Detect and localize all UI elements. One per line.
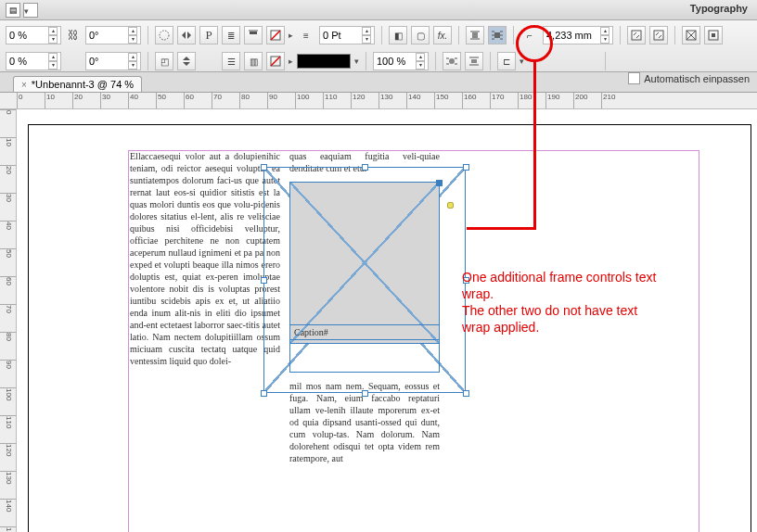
svg-rect-21: [712, 33, 715, 37]
character-icon[interactable]: P: [199, 26, 218, 44]
image-placeholder-frame[interactable]: [289, 182, 440, 344]
shear-field[interactable]: 0°▴▾: [85, 52, 141, 70]
scale-x-value: 0 %: [9, 30, 27, 41]
no-fill-icon[interactable]: [266, 26, 285, 44]
zoom-value: 100 %: [377, 56, 405, 67]
caption-frame[interactable]: Caption#: [289, 324, 440, 373]
stroke-weight-field[interactable]: 0 Pt▴▾: [319, 26, 375, 44]
fit-content-icon[interactable]: [649, 26, 668, 44]
separator: [435, 52, 436, 70]
close-tab-icon[interactable]: ×: [21, 80, 27, 90]
scale-y-field[interactable]: 0 %▴▾: [6, 52, 61, 70]
separator: [513, 26, 514, 44]
selection-handle[interactable]: [362, 390, 368, 397]
fit-frame-icon[interactable]: [627, 26, 646, 44]
selection-handle[interactable]: [261, 164, 267, 171]
opacity-icon[interactable]: ◧: [389, 26, 407, 44]
chevron-right-icon: ▸: [289, 57, 293, 66]
text-column-1[interactable]: Ellaccaesequi volor aut a dolupienihic t…: [130, 150, 280, 532]
tab-label: *Unbenannt-3 @ 74 %: [32, 79, 134, 90]
vertical-ruler[interactable]: 0102030405060708090100110120130140150: [0, 109, 17, 532]
no-stroke-icon[interactable]: [266, 52, 285, 70]
link-scale-icon[interactable]: ⛓: [65, 19, 82, 51]
view-mode-icon: ▤: [6, 3, 20, 18]
annotation-text: One additional frame controls text wrap.…: [462, 269, 666, 336]
app-title: Typography: [690, 3, 748, 14]
separator: [381, 26, 382, 44]
selection-handle[interactable]: [362, 164, 368, 171]
separator: [674, 26, 675, 44]
stroke-weight-icon: ≡: [297, 26, 315, 44]
svg-rect-15: [632, 31, 641, 40]
text-wrap-jump-icon[interactable]: [465, 52, 483, 70]
select-container-icon[interactable]: ◰: [155, 52, 173, 70]
caption-text[interactable]: Caption#: [290, 325, 439, 339]
fit-fill-icon[interactable]: [682, 26, 700, 44]
control-panel: 0 %▴▾ ⛓ 0°▴▾ P ≣ ▸ ≡ 0 Pt▴▾ ◧ ▢ fx. ⌐ 4,…: [0, 20, 757, 72]
flip-vertical-icon[interactable]: [177, 52, 196, 70]
separator: [620, 26, 621, 44]
selection-handle[interactable]: [463, 164, 469, 171]
rotation-field[interactable]: 0°▴▾: [85, 26, 141, 44]
horizontal-ruler[interactable]: 0102030405060708090100110120130140150160…: [0, 93, 757, 109]
corner-radius-field[interactable]: 4,233 mm▴▾: [543, 26, 613, 44]
live-corner-handle[interactable]: [447, 202, 454, 209]
svg-point-0: [160, 31, 169, 40]
svg-rect-8: [494, 32, 500, 38]
annotation-line: [533, 62, 536, 229]
view-mode-selector[interactable]: ▤ ▾: [6, 3, 38, 18]
text-wrap-shape-icon[interactable]: [443, 52, 461, 70]
svg-rect-5: [472, 32, 478, 38]
stroke-weight-value: 0 Pt: [323, 30, 341, 41]
auto-fit-row[interactable]: Automatisch einpassen: [628, 72, 750, 84]
corner-radius-value: 4,233 mm: [546, 30, 592, 41]
svg-rect-1: [250, 32, 257, 34]
selection-handle[interactable]: [463, 390, 469, 397]
corner-type-icon[interactable]: ⊏: [497, 52, 516, 70]
stroke-style-picker[interactable]: [297, 54, 351, 69]
drop-shadow-icon[interactable]: ▢: [411, 26, 430, 44]
zoom-field[interactable]: 100 %▴▾: [373, 52, 429, 70]
fx-icon[interactable]: fx.: [433, 26, 452, 44]
selection-handle[interactable]: [261, 390, 267, 397]
separator: [148, 52, 148, 70]
scale-x-field[interactable]: 0 %▴▾: [6, 26, 61, 44]
svg-line-23: [271, 57, 280, 66]
separator: [148, 26, 148, 44]
columns-icon[interactable]: ▥: [244, 52, 263, 70]
chevron-right-icon: ▸: [289, 31, 293, 40]
caption-subline: [290, 339, 439, 352]
selection-handle[interactable]: [436, 180, 443, 186]
canvas[interactable]: Ellaccaesequi volor aut a dolupienihic t…: [17, 109, 757, 532]
auto-fit-checkbox[interactable]: [628, 72, 640, 84]
story-icon[interactable]: ≣: [222, 26, 240, 44]
separator: [366, 52, 366, 70]
shear-value: 0°: [89, 56, 99, 67]
rotation-value: 0°: [89, 30, 99, 41]
svg-rect-16: [654, 31, 663, 40]
center-content-icon[interactable]: [704, 26, 723, 44]
dashed-circle-icon[interactable]: [155, 26, 173, 44]
selection-handle[interactable]: [261, 277, 267, 284]
svg-rect-29: [471, 59, 477, 63]
document-tab[interactable]: × *Unbenannt-3 @ 74 %: [13, 76, 142, 92]
view-mode-dropdown-icon: ▾: [23, 3, 38, 18]
scale-y-value: 0 %: [9, 56, 27, 67]
annotation-line: [467, 227, 536, 230]
flip-horizontal-icon[interactable]: [177, 26, 196, 44]
corner-options-icon[interactable]: ⌐: [520, 26, 539, 44]
separator: [490, 52, 491, 70]
align-top-icon[interactable]: [244, 26, 263, 44]
text-wrap-bounding-icon[interactable]: [488, 26, 507, 44]
svg-point-24: [449, 58, 455, 64]
chevron-down-icon: ▾: [354, 57, 359, 66]
text-wrap-none-icon[interactable]: [466, 26, 484, 44]
justify-icon[interactable]: ☰: [222, 52, 240, 70]
auto-fit-label: Automatisch einpassen: [644, 73, 750, 84]
workspace: 0102030405060708090100110120130140150160…: [0, 93, 757, 532]
titlebar: ▤ ▾ Typography: [0, 0, 757, 20]
separator: [605, 52, 606, 70]
separator: [458, 26, 459, 44]
